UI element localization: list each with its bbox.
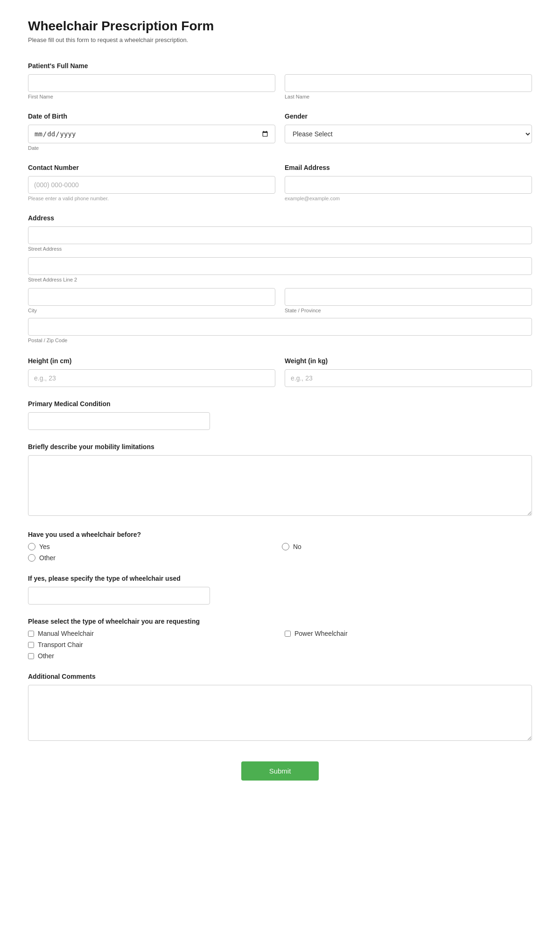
additional-comments-label: Additional Comments [28, 673, 532, 680]
medical-condition-input[interactable] [28, 412, 210, 430]
first-name-col: First Name [28, 74, 275, 99]
mobility-limitations-section: Briefly describe your mobility limitatio… [28, 443, 532, 518]
mobility-limitations-textarea[interactable] [28, 455, 532, 516]
wheelchair-before-section: Have you used a wheelchair before? Yes N… [28, 531, 532, 562]
city-input[interactable] [28, 288, 275, 306]
wheelchair-manual-checkbox[interactable] [28, 631, 34, 637]
wheelchair-before-radio-group: Yes No Other [28, 543, 532, 562]
additional-comments-section: Additional Comments [28, 673, 532, 743]
city-state-row: City State / Province [28, 288, 532, 313]
email-label: Email Address [285, 164, 532, 171]
gender-col: Gender Please Select Male Female Other P… [285, 113, 532, 151]
email-input[interactable] [285, 176, 532, 194]
submit-button[interactable]: Submit [241, 761, 319, 781]
wheelchair-before-other-label: Other [39, 554, 56, 562]
patient-name-row: First Name Last Name [28, 74, 532, 99]
dob-col: Date of Birth Date [28, 113, 275, 151]
dob-gender-row: Date of Birth Date Gender Please Select … [28, 113, 532, 151]
state-col: State / Province [285, 288, 532, 313]
wheelchair-before-yes-label: Yes [39, 543, 50, 550]
address-label: Address [28, 214, 532, 222]
page-title: Wheelchair Prescription Form [28, 19, 532, 34]
weight-label: Weight (in kg) [285, 357, 532, 365]
wheelchair-requesting-checkboxes: Manual Wheelchair Transport Chair Other … [28, 630, 532, 660]
email-col: Email Address example@example.com [285, 164, 532, 201]
wheelchair-before-no-label: No [293, 543, 301, 550]
state-label: State / Province [285, 308, 532, 313]
state-input[interactable] [285, 288, 532, 306]
wheelchair-checkboxes-left: Manual Wheelchair Transport Chair Other [28, 630, 275, 660]
dob-gender-section: Date of Birth Date Gender Please Select … [28, 113, 532, 151]
wheelchair-before-no-radio[interactable] [282, 543, 289, 550]
city-label: City [28, 308, 275, 313]
wheelchair-power[interactable]: Power Wheelchair [285, 630, 532, 637]
additional-comments-textarea[interactable] [28, 685, 532, 741]
page-subtitle: Please fill out this form to request a w… [28, 36, 532, 43]
postal-label: Postal / Zip Code [28, 338, 67, 343]
patient-full-name-section: Patient's Full Name First Name Last Name [28, 62, 532, 99]
wheelchair-power-label: Power Wheelchair [294, 630, 348, 637]
height-label: Height (in cm) [28, 357, 275, 365]
weight-col: Weight (in kg) [285, 357, 532, 387]
wheelchair-transport[interactable]: Transport Chair [28, 641, 275, 648]
contact-email-row: Contact Number Please enter a valid phon… [28, 164, 532, 201]
wheelchair-before-other[interactable]: Other [28, 554, 278, 562]
postal-row: Postal / Zip Code [28, 318, 532, 344]
wheelchair-before-no[interactable]: No [282, 543, 532, 550]
height-weight-section: Height (in cm) Weight (in kg) [28, 357, 532, 387]
wheelchair-before-yes[interactable]: Yes [28, 543, 278, 550]
wheelchair-before-label: Have you used a wheelchair before? [28, 531, 532, 538]
wheelchair-transport-label: Transport Chair [38, 641, 83, 648]
medical-condition-label: Primary Medical Condition [28, 400, 532, 408]
wheelchair-transport-checkbox[interactable] [28, 642, 34, 648]
wheelchair-before-yes-radio[interactable] [28, 543, 35, 550]
wheelchair-other[interactable]: Other [28, 652, 275, 660]
first-name-label: First Name [28, 94, 275, 99]
gender-label: Gender [285, 113, 532, 120]
wheelchair-requesting-section: Please select the type of wheelchair you… [28, 618, 532, 660]
street-field-label: Street Address [28, 246, 62, 252]
contact-email-section: Contact Number Please enter a valid phon… [28, 164, 532, 201]
weight-input[interactable] [285, 369, 532, 387]
dob-label: Date of Birth [28, 113, 275, 120]
address-section: Address Street Address Street Address Li… [28, 214, 532, 344]
contact-label: Contact Number [28, 164, 275, 171]
mobility-limitations-label: Briefly describe your mobility limitatio… [28, 443, 532, 450]
dob-input[interactable] [28, 125, 275, 143]
contact-col: Contact Number Please enter a valid phon… [28, 164, 275, 201]
wheelchair-other-checkbox[interactable] [28, 653, 34, 659]
street2-field-label: Street Address Line 2 [28, 277, 77, 282]
wheelchair-requesting-label: Please select the type of wheelchair you… [28, 618, 532, 625]
height-col: Height (in cm) [28, 357, 275, 387]
last-name-input[interactable] [285, 74, 532, 92]
wheelchair-type-used-label: If yes, please specify the type of wheel… [28, 575, 532, 582]
wheelchair-other-label: Other [38, 652, 54, 660]
last-name-col: Last Name [285, 74, 532, 99]
street-input[interactable] [28, 226, 532, 244]
city-col: City [28, 288, 275, 313]
street2-input[interactable] [28, 257, 532, 275]
submit-container: Submit [28, 761, 532, 781]
contact-input[interactable] [28, 176, 275, 194]
email-hint: example@example.com [285, 196, 532, 201]
wheelchair-checkboxes-right: Power Wheelchair [285, 630, 532, 660]
wheelchair-type-used-section: If yes, please specify the type of wheel… [28, 575, 532, 605]
street2-row: Street Address Line 2 [28, 257, 532, 283]
postal-input[interactable] [28, 318, 532, 336]
contact-hint: Please enter a valid phone number. [28, 196, 275, 201]
street-row: Street Address [28, 226, 532, 253]
last-name-label: Last Name [285, 94, 532, 99]
first-name-input[interactable] [28, 74, 275, 92]
wheelchair-type-used-input[interactable] [28, 587, 210, 605]
dob-field-label: Date [28, 145, 275, 151]
wheelchair-power-checkbox[interactable] [285, 631, 291, 637]
wheelchair-before-other-radio[interactable] [28, 554, 35, 562]
height-input[interactable] [28, 369, 275, 387]
medical-condition-section: Primary Medical Condition [28, 400, 532, 430]
wheelchair-manual[interactable]: Manual Wheelchair [28, 630, 275, 637]
patient-full-name-label: Patient's Full Name [28, 62, 532, 70]
height-weight-row: Height (in cm) Weight (in kg) [28, 357, 532, 387]
gender-select[interactable]: Please Select Male Female Other Prefer n… [285, 125, 532, 143]
wheelchair-manual-label: Manual Wheelchair [38, 630, 94, 637]
